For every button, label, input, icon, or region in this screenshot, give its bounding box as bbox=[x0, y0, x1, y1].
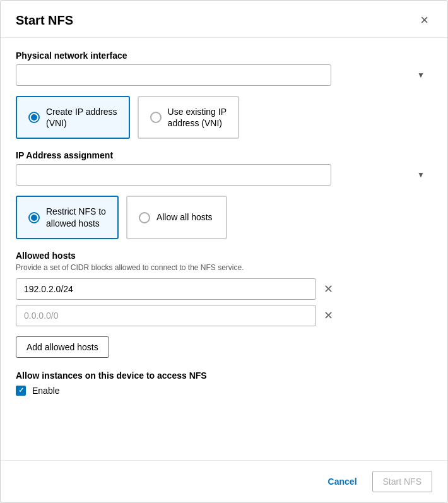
dialog-title: Start NFS bbox=[16, 13, 73, 28]
ip-assignment-select[interactable] bbox=[16, 164, 331, 186]
ip-mode-create-option[interactable]: Create IP address(VNI) bbox=[16, 96, 130, 139]
ip-assignment-wrapper: ▼ bbox=[16, 164, 432, 186]
allowed-host-row-1: ✕ bbox=[16, 278, 432, 300]
nfs-allow-all-label: Allow all hosts bbox=[156, 211, 213, 223]
allowed-hosts-hint: Provide a set of CIDR blocks allowed to … bbox=[16, 263, 432, 272]
ip-mode-existing-radio[interactable] bbox=[150, 112, 162, 123]
enable-checkbox-row: Enable bbox=[16, 386, 432, 396]
dialog-header: Start NFS × bbox=[1, 1, 447, 38]
ip-mode-existing-label: Use existing IPaddress (VNI) bbox=[168, 106, 227, 129]
nfs-restrict-label: Restrict NFS toallowed hosts bbox=[46, 206, 106, 228]
nfs-allow-all-radio[interactable] bbox=[139, 212, 150, 223]
nfs-allow-all-option[interactable]: Allow all hosts bbox=[126, 196, 227, 239]
enable-checkbox-label: Enable bbox=[32, 386, 60, 396]
ip-mode-create-label: Create IP address(VNI) bbox=[46, 106, 117, 129]
ip-assignment-label: IP Address assignment bbox=[16, 150, 432, 160]
nfs-access-radio-group: Restrict NFS toallowed hosts Allow all h… bbox=[16, 196, 432, 239]
physical-interface-chevron-icon: ▼ bbox=[417, 71, 425, 80]
ip-mode-existing-option[interactable]: Use existing IPaddress (VNI) bbox=[138, 96, 239, 139]
cancel-button[interactable]: Cancel bbox=[321, 471, 365, 492]
dialog-body: Physical network interface ▼ Create IP a… bbox=[1, 38, 447, 460]
dialog-footer: Cancel Start NFS bbox=[1, 460, 447, 502]
allowed-host-input-2[interactable] bbox=[16, 305, 316, 326]
physical-interface-label: Physical network interface bbox=[16, 50, 432, 61]
allowed-host-row-2: ✕ bbox=[16, 305, 432, 326]
ip-mode-radio-group: Create IP address(VNI) Use existing IPad… bbox=[16, 96, 432, 139]
physical-interface-wrapper: ▼ bbox=[16, 64, 432, 86]
enable-checkbox[interactable] bbox=[16, 386, 26, 396]
start-nfs-dialog: Start NFS × Physical network interface ▼… bbox=[0, 0, 448, 503]
nfs-restrict-radio[interactable] bbox=[28, 212, 40, 223]
allow-instances-section: Allow instances on this device to access… bbox=[16, 370, 432, 396]
allowed-host-clear-2[interactable]: ✕ bbox=[321, 309, 336, 323]
ip-mode-create-radio[interactable] bbox=[28, 112, 40, 123]
nfs-restrict-option[interactable]: Restrict NFS toallowed hosts bbox=[16, 196, 119, 239]
allowed-hosts-label: Allowed hosts bbox=[16, 251, 432, 261]
add-allowed-hosts-button[interactable]: Add allowed hosts bbox=[16, 336, 109, 358]
close-button[interactable]: × bbox=[416, 12, 432, 28]
allow-instances-label: Allow instances on this device to access… bbox=[16, 370, 432, 381]
allowed-host-input-1[interactable] bbox=[16, 278, 316, 300]
allowed-host-clear-1[interactable]: ✕ bbox=[321, 282, 336, 296]
ip-assignment-chevron-icon: ▼ bbox=[417, 170, 425, 179]
start-nfs-button[interactable]: Start NFS bbox=[372, 471, 432, 492]
physical-interface-select[interactable] bbox=[16, 64, 331, 86]
